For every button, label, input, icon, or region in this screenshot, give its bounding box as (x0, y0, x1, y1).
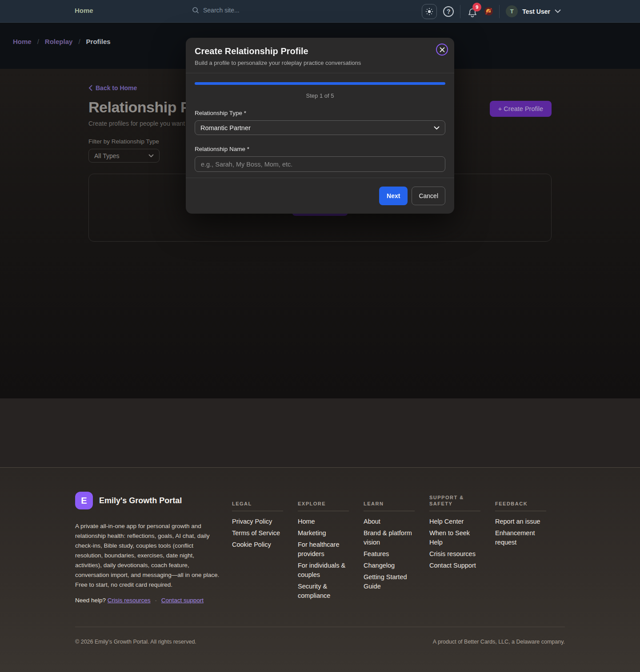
column-rule (429, 511, 480, 511)
cancel-button[interactable]: Cancel (412, 187, 445, 205)
footer-link-healthcare-providers[interactable]: For healthcare providers (298, 540, 349, 559)
column-header: SUPPORT & SAFETY (429, 494, 480, 507)
need-help-label: Need help? (75, 597, 106, 604)
column-header: LEARN (364, 501, 384, 507)
footer-link-about[interactable]: About (364, 517, 415, 526)
sun-icon (425, 8, 433, 16)
create-profile-button[interactable]: + Create Profile (490, 101, 552, 117)
create-relationship-profile-modal: Create Relationship Profile Build a prof… (186, 38, 454, 214)
help-icon[interactable]: ? (443, 6, 454, 17)
footer-link-getting-started[interactable]: Getting Started Guide (364, 573, 415, 591)
footer-link-privacy-policy[interactable]: Privacy Policy (232, 517, 283, 526)
close-icon (440, 47, 445, 52)
back-to-home-label: Back to Home (96, 84, 137, 91)
progress-bar (195, 82, 445, 85)
relationship-type-filter[interactable]: All Types (88, 149, 160, 163)
relationship-name-input[interactable] (195, 156, 445, 172)
company-text: A product of Better Cards, LLC, a Delawa… (433, 639, 565, 645)
search-placeholder-text: Search site... (203, 7, 240, 14)
contact-support-link[interactable]: Contact support (161, 597, 204, 604)
breadcrumb-roleplay[interactable]: Roleplay (45, 38, 73, 45)
user-name: Test User (522, 8, 550, 15)
footer-brand-block: E Emily's Growth Portal A private all-in… (75, 492, 232, 627)
nav-divider (460, 5, 460, 18)
nav-home-link[interactable]: Home (75, 7, 93, 14)
breadcrumb-home[interactable]: Home (13, 38, 32, 45)
footer-column-support-safety: SUPPORT & SAFETY Help Center When to See… (429, 492, 480, 627)
column-rule (298, 511, 349, 511)
prefooter-strip (0, 398, 640, 467)
site-search[interactable]: Search site... (192, 7, 240, 14)
relationship-type-select[interactable]: Romantic Partner (195, 120, 445, 135)
notifications-button[interactable]: 9 (467, 5, 478, 18)
next-button[interactable]: Next (379, 187, 408, 205)
footer: E Emily's Growth Portal A private all-in… (0, 467, 640, 672)
footer-link-marketing[interactable]: Marketing (298, 529, 349, 538)
crisis-resources-link[interactable]: Crisis resources (108, 597, 151, 604)
modal-body: Step 1 of 5 Relationship Type * Romantic… (186, 73, 454, 178)
footer-link-help-center[interactable]: Help Center (429, 517, 480, 526)
column-header: LEGAL (232, 501, 252, 507)
footer-column-feedback: FEEDBACK Report an issue Enhancement req… (495, 492, 546, 627)
column-header: EXPLORE (298, 501, 326, 507)
theme-toggle-button[interactable] (422, 4, 437, 19)
chevron-down-icon (148, 154, 154, 158)
chevron-left-icon (88, 85, 92, 91)
muted-bell-icon[interactable] (484, 7, 493, 16)
relationship-type-value: Romantic Partner (200, 124, 251, 131)
footer-column-legal: LEGAL Privacy Policy Terms of Service Co… (232, 492, 283, 627)
brand-logo: E (75, 492, 93, 509)
footer-link-crisis-resources[interactable]: Crisis resources (429, 549, 480, 559)
notification-badge: 9 (472, 3, 481, 12)
user-menu[interactable]: T Test User (506, 5, 561, 17)
chevron-down-icon (434, 126, 440, 130)
footer-link-home[interactable]: Home (298, 517, 349, 526)
column-rule (232, 511, 283, 511)
dot-separator: · (155, 597, 157, 604)
column-header: FEEDBACK (495, 501, 528, 507)
modal-header: Create Relationship Profile Build a prof… (186, 38, 454, 73)
search-icon (192, 7, 199, 14)
chevron-down-icon (555, 9, 561, 13)
relationship-name-label: Relationship Name * (195, 146, 445, 152)
footer-link-contact-support[interactable]: Contact Support (429, 561, 480, 570)
footer-link-changelog[interactable]: Changelog (364, 561, 415, 570)
footer-link-terms-of-service[interactable]: Terms of Service (232, 529, 283, 538)
close-button[interactable] (436, 44, 448, 56)
breadcrumb-profiles: Profiles (86, 38, 111, 45)
footer-description: A private all-in-one app for personal gr… (75, 521, 222, 590)
footer-link-security-compliance[interactable]: Security & compliance (298, 582, 349, 600)
footer-link-individuals-couples[interactable]: For individuals & couples (298, 561, 349, 580)
column-rule (495, 511, 546, 511)
copyright-text: © 2026 Emily's Growth Portal. All rights… (75, 639, 196, 645)
nav-divider (499, 5, 500, 18)
nav-right-group: ? 9 T Test User (422, 0, 561, 23)
back-to-home-link[interactable]: Back to Home (88, 84, 137, 91)
footer-column-explore: EXPLORE Home Marketing For healthcare pr… (298, 492, 349, 627)
step-indicator: Step 1 of 5 (195, 92, 445, 99)
footer-column-learn: LEARN About Brand & platform vision Feat… (364, 492, 415, 627)
footer-help-line: Need help? Crisis resources · Contact su… (75, 597, 222, 604)
footer-link-features[interactable]: Features (364, 549, 415, 559)
modal-footer: Next Cancel (186, 178, 454, 214)
top-nav: Home Search site... ? (0, 0, 640, 23)
modal-subtitle: Build a profile to personalize your role… (195, 60, 445, 66)
footer-link-brand-vision[interactable]: Brand & platform vision (364, 529, 415, 547)
brand-name: Emily's Growth Portal (99, 496, 182, 505)
avatar: T (506, 5, 518, 17)
footer-link-enhancement-request[interactable]: Enhancement request (495, 529, 546, 547)
column-rule (364, 511, 415, 511)
breadcrumb-separator: / (37, 38, 39, 45)
footer-link-cookie-policy[interactable]: Cookie Policy (232, 540, 283, 549)
relationship-type-label: Relationship Type * (195, 110, 445, 116)
footer-link-when-to-seek-help[interactable]: When to Seek Help (429, 529, 480, 547)
modal-title: Create Relationship Profile (195, 46, 445, 56)
breadcrumb-separator: / (78, 38, 80, 45)
filter-value: All Types (94, 152, 120, 159)
footer-link-report-issue[interactable]: Report an issue (495, 517, 546, 526)
